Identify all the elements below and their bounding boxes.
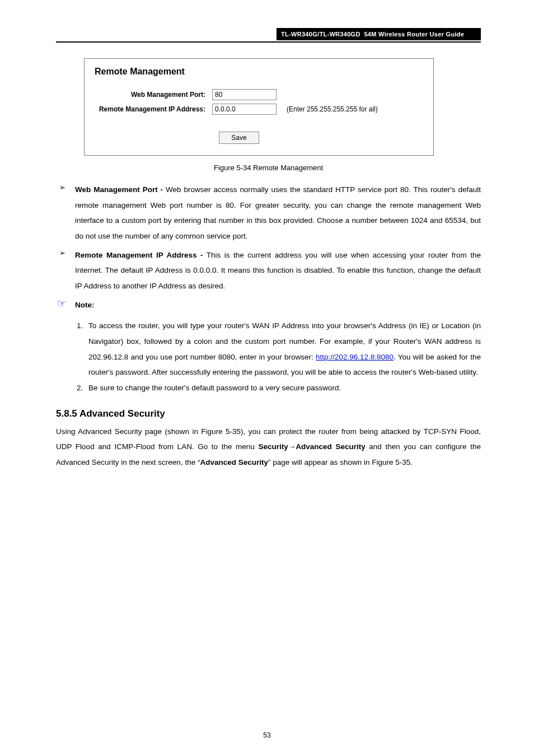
bullet-remote-ip-term: Remote Management IP Address - [75,251,203,259]
page-number: 53 [0,731,534,739]
input-web-port[interactable] [212,89,277,100]
section-p-f: ” page will appear as shown in Figure 5-… [268,458,413,466]
header-subtitle: 54M Wireless Router User Guide [364,31,464,38]
section-p-c: Advanced Security [296,442,365,451]
header-product: TL-WR340G/TL-WR340GD [281,31,360,38]
hint-remote-ip: (Enter 255.255.255.255 for all) [287,105,378,113]
note-item-2-text: Be sure to change the router's default p… [88,384,341,392]
bullet-arrow-icon: ➢ [56,248,75,294]
figure-caption: Figure 5-34 Remote Management [56,164,481,172]
note-label: Note: [75,297,95,313]
header-black-bar: TL-WR340G/TL-WR340GD 54M Wireless Router… [277,28,481,40]
note-item-1: To access the router, you will type your… [85,318,481,380]
note-list: To access the router, you will type your… [56,318,481,395]
note-block: ☞ Note: [56,297,481,313]
bullet-remote-ip-text: Remote Management IP Address - This is t… [75,248,481,294]
section-p-b: Security [259,442,288,451]
row-remote-ip: Remote Management IP Address: (Enter 255… [95,104,423,115]
bullet-web-port: ➢ Web Management Port - Web browser acce… [56,182,481,244]
panel-title: Remote Management [95,67,423,77]
label-remote-ip: Remote Management IP Address: [95,105,212,113]
remote-management-panel: Remote Management Web Management Port: R… [84,58,434,156]
note-item-1-link[interactable]: http://202.96.12.8:8080 [316,353,394,361]
bullet-web-port-text: Web Management Port - Web browser access… [75,182,481,244]
label-web-port: Web Management Port: [95,91,212,99]
section-heading: 5.8.5 Advanced Security [56,408,481,419]
section-p-arrow: → [288,442,296,451]
note-item-2: Be sure to change the router's default p… [85,380,481,396]
bullet-arrow-icon: ➢ [56,182,75,244]
note-hand-icon: ☞ [56,297,75,313]
input-remote-ip[interactable] [212,104,277,115]
header-rule [56,41,481,43]
section-p-e: Advanced Security [200,458,268,466]
bullet-web-port-term: Web Management Port - [75,185,163,194]
bullet-remote-ip: ➢ Remote Management IP Address - This is… [56,248,481,294]
save-button[interactable]: Save [219,132,259,144]
section-paragraph: Using Advanced Security page (shown in F… [56,424,481,470]
row-web-port: Web Management Port: [95,89,423,100]
